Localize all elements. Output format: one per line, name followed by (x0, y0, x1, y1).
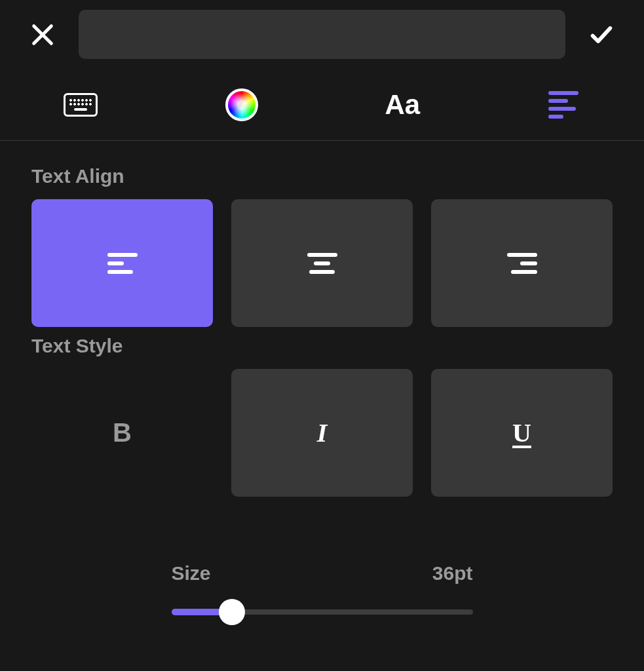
italic-icon: I (317, 417, 328, 448)
align-left-icon (107, 248, 138, 278)
align-right-icon (507, 248, 537, 278)
size-value: 36pt (432, 562, 473, 585)
editor-header (0, 0, 644, 69)
align-right-button[interactable] (431, 199, 613, 327)
text-align-label: Text Align (31, 165, 613, 187)
tab-color[interactable] (161, 69, 322, 140)
confirm-button[interactable] (585, 18, 618, 51)
paragraph-panel: Text Align Text Style B I U (0, 141, 644, 625)
italic-button[interactable]: I (231, 369, 413, 497)
font-icon: Aa (385, 89, 421, 121)
text-style-label: Text Style (31, 335, 613, 357)
tab-keyboard[interactable] (0, 69, 161, 140)
underline-icon: U (512, 417, 531, 448)
size-label: Size (172, 562, 211, 585)
keyboard-icon (64, 93, 98, 117)
style-grid: B I U (31, 369, 613, 497)
slider-thumb[interactable] (219, 599, 245, 625)
text-input[interactable] (79, 10, 565, 59)
bold-icon: B (113, 418, 132, 448)
align-grid (31, 199, 613, 327)
align-left-button[interactable] (31, 199, 213, 327)
size-slider[interactable] (172, 599, 473, 625)
tab-paragraph[interactable] (483, 69, 644, 140)
tab-font[interactable]: Aa (322, 69, 483, 140)
color-wheel-icon (225, 88, 258, 121)
close-icon (29, 22, 56, 48)
underline-button[interactable]: U (431, 369, 613, 497)
tool-tabs: Aa (0, 69, 644, 141)
align-center-button[interactable] (231, 199, 413, 327)
bold-button[interactable]: B (31, 369, 213, 497)
align-center-icon (307, 248, 337, 278)
size-panel: Size 36pt (172, 562, 473, 625)
paragraph-icon (548, 87, 578, 123)
close-button[interactable] (26, 18, 59, 51)
check-icon (588, 22, 615, 48)
